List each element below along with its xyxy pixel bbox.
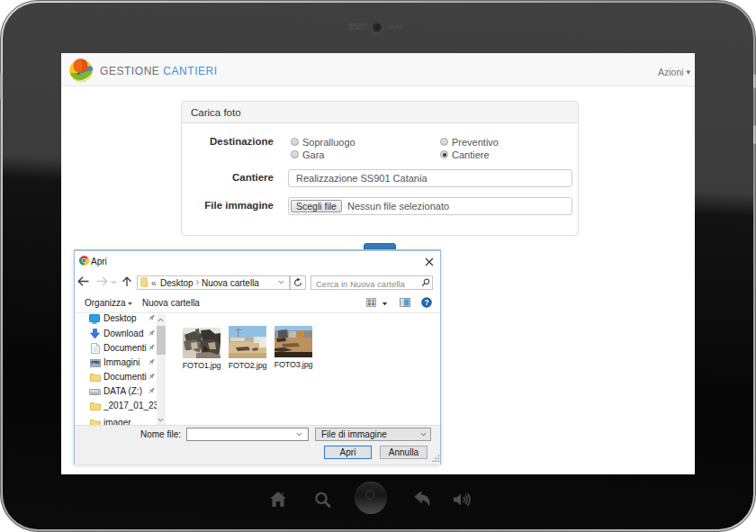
svg-text:?: ?: [424, 298, 428, 307]
